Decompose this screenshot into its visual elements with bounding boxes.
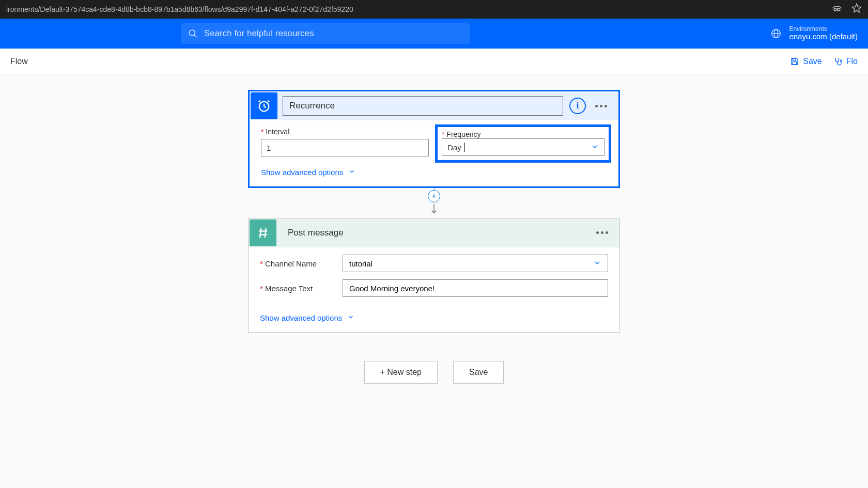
svg-line-13 (264, 106, 266, 107)
recurrence-header[interactable]: Recurrence i (250, 91, 618, 120)
app-header: Environments enayu.com (default) (0, 19, 868, 49)
svg-rect-8 (793, 58, 796, 60)
svg-point-3 (189, 30, 195, 36)
search-box[interactable] (181, 23, 470, 44)
recurrence-title[interactable]: Recurrence (283, 96, 563, 116)
frequency-label: Frequency (442, 130, 605, 138)
recurrence-body: Interval Frequency Day (250, 120, 618, 186)
interval-label: Interval (261, 128, 429, 136)
environment-value: enayu.com (default) (789, 33, 858, 41)
post-message-header-actions (590, 231, 614, 234)
add-step-button[interactable]: + (428, 190, 440, 202)
svg-line-4 (194, 35, 197, 37)
svg-line-19 (260, 228, 261, 238)
environment-picker[interactable]: Environments enayu.com (default) (770, 26, 858, 41)
clock-icon (257, 99, 271, 113)
frequency-highlight: Frequency Day (435, 124, 611, 163)
recurrence-card[interactable]: Recurrence i Interval Frequency Day (248, 90, 620, 188)
more-menu-button[interactable] (596, 231, 608, 234)
incognito-icon[interactable] (832, 3, 842, 16)
flow-checker-action[interactable]: Flo (833, 57, 858, 66)
post-message-title: Post message (282, 223, 590, 243)
environment-text: Environments enayu.com (default) (789, 26, 858, 41)
toolbar-actions: Save Flo (790, 57, 858, 66)
interval-input[interactable] (261, 139, 429, 156)
save-icon (790, 57, 799, 66)
toolbar: Flow Save Flo (0, 49, 868, 74)
post-message-card[interactable]: Post message Channel Name tutorial Messa… (248, 218, 620, 333)
bottom-buttons: + New step Save (364, 361, 504, 384)
frequency-select[interactable]: Day (442, 138, 605, 156)
channel-name-label: Channel Name (260, 259, 332, 268)
svg-point-1 (838, 8, 840, 11)
info-button[interactable]: i (569, 98, 586, 114)
recurrence-advanced-toggle[interactable]: Show advanced options (261, 168, 355, 177)
save-button[interactable]: Save (453, 361, 504, 384)
star-icon[interactable] (851, 3, 862, 16)
post-advanced-label: Show advanced options (260, 313, 342, 322)
svg-line-15 (268, 101, 270, 103)
message-text-input-wrap[interactable] (343, 279, 608, 297)
svg-line-14 (259, 101, 261, 103)
interval-field: Interval (261, 128, 429, 159)
chevron-down-icon (347, 313, 354, 322)
page-title: Flow (10, 57, 28, 66)
svg-marker-2 (853, 4, 861, 12)
environment-icon (770, 28, 782, 39)
recurrence-header-actions: i (563, 98, 613, 114)
recurrence-advanced-label: Show advanced options (261, 168, 343, 177)
chevron-down-icon (348, 168, 355, 177)
post-message-icon-tile (250, 219, 276, 246)
new-step-button[interactable]: + New step (364, 361, 438, 384)
chevron-down-icon (593, 259, 601, 269)
chevron-down-icon (591, 143, 599, 152)
address-url: ironments/Default-37574ca4-cde8-4d8b-bcb… (6, 5, 353, 13)
post-message-body: Channel Name tutorial Message Text Show … (249, 247, 619, 332)
svg-point-10 (840, 60, 842, 61)
text-cursor (464, 143, 465, 152)
post-message-header[interactable]: Post message (249, 218, 619, 247)
svg-line-20 (265, 228, 266, 238)
flow-canvas: Recurrence i Interval Frequency Day (0, 74, 868, 384)
arrow-down-icon (429, 202, 439, 218)
more-menu-button[interactable] (595, 105, 607, 107)
frequency-field: Frequency Day (439, 128, 607, 159)
message-text-label: Message Text (260, 284, 332, 293)
channel-name-row: Channel Name tutorial (260, 255, 608, 272)
search-icon (188, 28, 198, 39)
save-action[interactable]: Save (790, 57, 822, 66)
message-text-input[interactable] (349, 284, 601, 293)
svg-rect-9 (793, 61, 797, 64)
save-action-label: Save (803, 57, 822, 66)
hash-icon (256, 226, 270, 240)
browser-address-bar: ironments/Default-37574ca4-cde8-4d8b-bcb… (0, 0, 868, 19)
channel-name-value: tutorial (349, 259, 373, 268)
message-text-row: Message Text (260, 279, 608, 297)
svg-point-0 (834, 8, 836, 11)
browser-right-icons (832, 3, 862, 16)
frequency-value: Day (447, 143, 461, 152)
stethoscope-icon (833, 57, 843, 66)
search-input[interactable] (204, 28, 463, 39)
connector: + (428, 188, 440, 218)
flow-checker-label: Flo (846, 57, 858, 66)
recurrence-icon-tile (251, 92, 277, 119)
post-advanced-toggle[interactable]: Show advanced options (260, 313, 354, 322)
channel-name-select[interactable]: tutorial (343, 255, 608, 272)
